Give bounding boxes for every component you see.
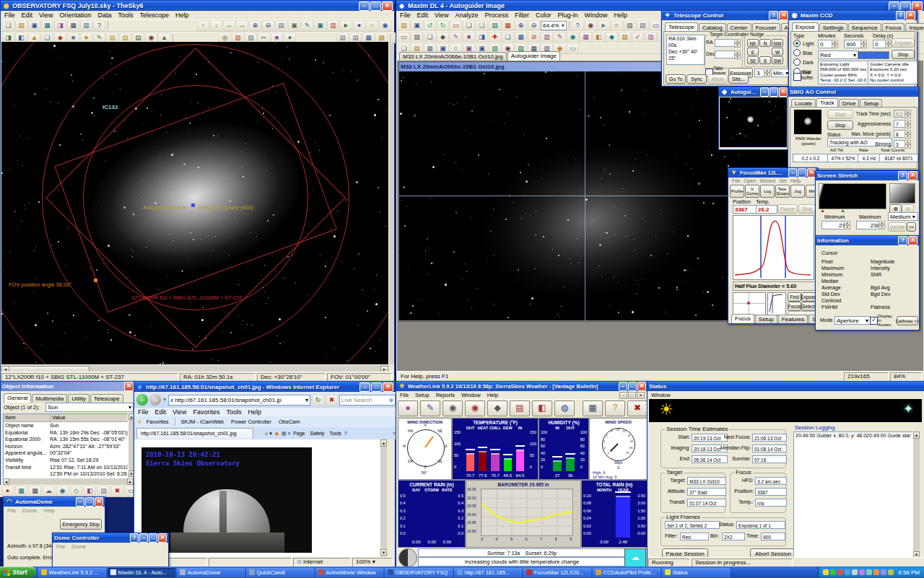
minimize-icon[interactable]: – <box>788 168 797 178</box>
minimize-icon[interactable]: – <box>359 1 370 11</box>
ie-tab[interactable]: http://67.161.185.58:01/snapshot_ch01.jp… <box>136 428 253 439</box>
help-pointer-icon[interactable]: ? <box>572 20 584 31</box>
thesky-menu-file[interactable]: File <box>4 12 15 19</box>
telctl-titlebar[interactable]: ✦ Telescope Control ?✕ <box>662 11 790 20</box>
ad-menu-dome[interactable]: Dome <box>22 507 37 514</box>
back-icon[interactable]: ← <box>136 394 148 406</box>
maximize-icon[interactable]: □ <box>798 168 806 178</box>
mdi-minimize-icon[interactable]: – <box>619 392 627 399</box>
label-e-icon[interactable]: ► <box>340 20 352 31</box>
taskbar-task-sky[interactable]: OBSERVATORY FSQ ... <box>385 568 453 577</box>
nudge-ne-button[interactable]: NE <box>747 39 759 47</box>
red-x-icon[interactable]: ✖ <box>111 486 123 496</box>
profile-button[interactable]: Profile <box>730 185 744 198</box>
right-arrow-icon[interactable]: → <box>236 20 248 31</box>
type-dark-radio[interactable] <box>793 58 801 66</box>
usb-tray-icon[interactable] <box>859 569 865 575</box>
taskbar-task-cam[interactable]: QuickCam8 <box>246 568 314 577</box>
objinfo-tab-general[interactable]: General <box>4 393 31 403</box>
focusmax-titlebar[interactable]: ▼ FocusMax 12LX200R ... –□✕ <box>728 168 817 178</box>
open-file-icon[interactable]: ▤ <box>15 20 27 31</box>
agwin-titlebar[interactable]: ◆ Autoguider Im... –□✕ <box>719 87 789 97</box>
histogram-icon[interactable]: ▥ <box>541 32 553 43</box>
save-icon[interactable]: ▣ <box>28 20 40 31</box>
min-spinner[interactable]: ▲▼ <box>844 221 850 229</box>
minus-icon[interactable]: ◧ <box>84 486 96 496</box>
notepad-icon[interactable]: ▤ <box>510 400 530 416</box>
nav-dropdown-icon[interactable]: ▼ <box>162 398 167 402</box>
wx-menu-reports[interactable]: Reports <box>436 392 455 398</box>
scroll-up-icon[interactable]: ▲ <box>380 439 387 447</box>
flag-icon[interactable]: ◇ <box>70 486 82 496</box>
maximize-icon[interactable]: □ <box>85 497 94 507</box>
box-dashed-icon[interactable]: ◧ <box>593 32 605 43</box>
close-icon[interactable]: ✕ <box>382 1 393 11</box>
orbit-icon[interactable]: ▤ <box>275 20 287 31</box>
thesky-menu-tools[interactable]: Tools <box>118 12 133 19</box>
info-titlebar[interactable]: Information ?✕ <box>816 236 919 245</box>
forward-icon[interactable]: → <box>149 394 161 406</box>
maxim-menu-file[interactable]: File <box>400 12 411 19</box>
close-icon[interactable]: ✕ <box>779 11 788 20</box>
jog-button[interactable]: Jog <box>790 185 805 198</box>
session-log[interactable]: 20:49:00 Guider x: 80.0, y: 48.020:49:00… <box>793 432 916 560</box>
weather-titlebar[interactable]: ☀ WeatherLink 5.9.2 10/13/10 8:58p: Sier… <box>396 382 648 391</box>
automadome-titlebar[interactable]: ◠ AutomaDome –□✕ <box>4 497 105 507</box>
dark-scope-icon[interactable]: ▣ <box>314 20 326 31</box>
new-buffer-checkbox[interactable] <box>793 73 801 81</box>
mdi-restore-icon[interactable]: □ <box>628 392 636 399</box>
move-icon[interactable]: ● <box>1 486 14 496</box>
ie-help-icon[interactable]: ? <box>344 431 347 436</box>
close-icon[interactable]: ✕ <box>779 87 788 97</box>
guider-icon[interactable]: ► <box>598 20 610 31</box>
maximize-icon[interactable]: □ <box>628 382 637 391</box>
column-item[interactable]: Item <box>4 414 51 421</box>
objinfo-tab-multimedia[interactable]: Multimedia <box>32 394 67 403</box>
mosaic-icon[interactable]: ◉ <box>443 400 463 416</box>
mirror-icon[interactable]: ✎ <box>450 32 462 43</box>
scroll-up-icon[interactable]: ▲ <box>913 432 920 439</box>
v-curve-button[interactable]: V Curve <box>745 185 759 198</box>
ie-menu-view[interactable]: View <box>173 408 186 416</box>
update-button[interactable]: Update <box>888 222 907 232</box>
fm-tab-setup[interactable]: Setup <box>755 315 777 323</box>
power-tray-icon[interactable] <box>866 569 872 575</box>
maxim-menu-filter[interactable]: Filter <box>515 12 529 19</box>
nudge-e-button[interactable]: E <box>747 48 759 56</box>
thesky-menu-view[interactable]: View <box>39 12 53 19</box>
bulletin-icon[interactable]: ● <box>398 400 418 416</box>
zoom-out-icon[interactable]: ⊖ <box>528 20 540 31</box>
delay-spinner[interactable]: ▲▼ <box>885 40 892 48</box>
maxim-titlebar[interactable]: ◆ MaxIm DL 4 - Autoguider Image –□✕ <box>396 1 924 11</box>
maxim-menu-view[interactable]: View <box>435 12 448 19</box>
nudge-sw-button[interactable]: SW <box>772 56 783 64</box>
strip-chart-icon[interactable]: ◉ <box>465 400 485 416</box>
walker-icon[interactable]: ▭ <box>567 43 579 54</box>
camera-icon[interactable]: ◉ <box>585 20 597 31</box>
wx-menu-help[interactable]: Help <box>487 392 498 398</box>
ie-zoom[interactable]: 100% ▾ <box>352 558 393 566</box>
spinner[interactable]: ▲▼ <box>905 130 911 138</box>
taskbar-clock[interactable]: 8:58 PM <box>898 569 920 576</box>
column-value[interactable]: Value <box>51 414 128 421</box>
crosshair-icon[interactable]: ❏ <box>476 20 488 31</box>
spinner[interactable]: ▲▼ <box>905 120 911 128</box>
close-icon[interactable]: ✕ <box>637 382 646 391</box>
cross-red-icon[interactable]: ✚ <box>489 32 501 43</box>
ao-titlebar[interactable]: SBIG AO Control <box>788 87 918 97</box>
fm-tab-focus[interactable]: Focus <box>731 314 754 323</box>
line-icon[interactable]: ▭ <box>398 32 410 43</box>
pause-button[interactable]: Pause <box>777 204 798 214</box>
taskbar-task-ie[interactable]: http://67.161.185... <box>454 568 522 577</box>
search-box[interactable]: Live Search⊕ <box>339 395 396 406</box>
ie-btn-tools[interactable]: Tools <box>329 431 341 436</box>
objinfo-tab-telescope[interactable]: Telescope <box>90 394 123 403</box>
site-button[interactable]: Site... <box>728 74 749 84</box>
display-tray-icon[interactable] <box>852 569 858 575</box>
nudge-nw-button[interactable]: NW <box>772 39 783 47</box>
maxim-tab-autoguider-image[interactable]: Autoguider Image <box>507 51 560 61</box>
help-icon[interactable]: ? <box>769 11 778 20</box>
ie-menu-tools[interactable]: Tools <box>226 408 241 416</box>
cloud-icon[interactable]: ☁ <box>43 486 55 496</box>
stretch-titlebar[interactable]: Screen Stretch ?✕ <box>816 171 919 180</box>
